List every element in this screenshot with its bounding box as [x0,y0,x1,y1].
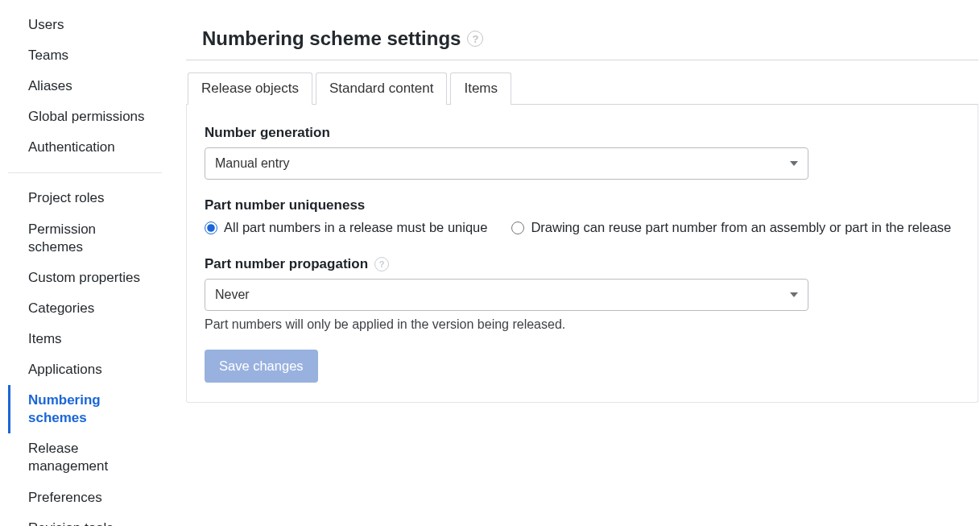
uniqueness-option-reuse[interactable]: Drawing can reuse part number from an as… [511,220,951,235]
number-generation-value: Manual entry [215,156,290,171]
uniqueness-option-reuse-label: Drawing can reuse part number from an as… [531,220,951,235]
sidebar-item-preferences[interactable]: Preferences [8,483,162,513]
number-generation-label: Number generation [205,125,960,141]
chevron-down-icon [790,292,798,297]
sidebar-item-users[interactable]: Users [8,10,162,40]
settings-panel: Number generation Manual entry Part numb… [186,104,978,403]
main-content: Numbering scheme settings ? Release obje… [173,0,980,526]
sidebar: Users Teams Aliases Global permissions A… [0,0,173,526]
propagation-label-row: Part number propagation ? [205,256,960,272]
sidebar-item-project-roles[interactable]: Project roles [8,183,162,213]
tab-release-objects[interactable]: Release objects [188,72,312,105]
sidebar-group-account: Users Teams Aliases Global permissions A… [8,6,162,173]
uniqueness-radio-unique[interactable] [205,222,217,234]
sidebar-item-numbering-schemes[interactable]: Numbering schemes [8,385,162,433]
sidebar-item-aliases[interactable]: Aliases [8,71,162,101]
propagation-label: Part number propagation [205,256,368,272]
page-title-row: Numbering scheme settings ? [186,3,978,60]
sidebar-item-release-management[interactable]: Release management [8,433,162,482]
uniqueness-option-unique[interactable]: All part numbers in a release must be un… [205,220,487,235]
tab-standard-content[interactable]: Standard content [316,72,447,105]
sidebar-item-authentication[interactable]: Authentication [8,132,162,163]
propagation-hint: Part numbers will only be applied in the… [205,317,960,332]
propagation-value: Never [215,288,250,302]
help-icon[interactable]: ? [467,31,483,47]
sidebar-item-teams[interactable]: Teams [8,40,162,71]
save-button[interactable]: Save changes [205,350,318,383]
sidebar-item-permission-schemes[interactable]: Permission schemes [8,214,162,263]
chevron-down-icon [790,161,798,166]
sidebar-group-settings: Project roles Permission schemes Custom … [8,180,162,526]
uniqueness-radio-reuse[interactable] [511,222,524,234]
sidebar-item-global-permissions[interactable]: Global permissions [8,101,162,132]
uniqueness-option-unique-label: All part numbers in a release must be un… [224,220,487,235]
tab-items[interactable]: Items [450,72,511,105]
uniqueness-options: All part numbers in a release must be un… [205,220,960,235]
sidebar-item-applications[interactable]: Applications [8,354,162,385]
propagation-select[interactable]: Never [205,279,808,311]
help-icon[interactable]: ? [374,257,389,271]
tabs: Release objects Standard content Items [186,72,978,105]
sidebar-item-revision-tools[interactable]: Revision tools [8,513,162,526]
number-generation-select[interactable]: Manual entry [205,147,808,180]
sidebar-item-items[interactable]: Items [8,324,162,354]
uniqueness-label: Part number uniqueness [205,197,960,213]
sidebar-item-categories[interactable]: Categories [8,293,162,324]
sidebar-item-custom-properties[interactable]: Custom properties [8,263,162,293]
page-title: Numbering scheme settings [202,27,461,50]
